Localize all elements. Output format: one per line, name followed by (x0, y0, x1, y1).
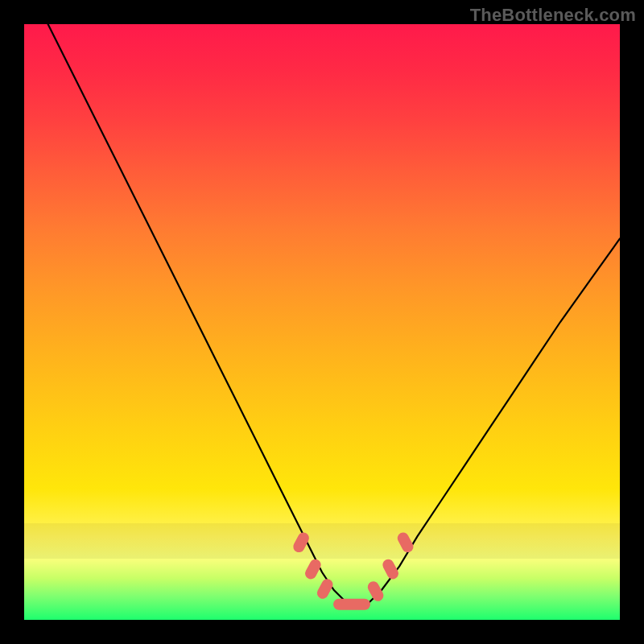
watermark-text: TheBottleneck.com (470, 5, 636, 26)
curve-marker (395, 530, 415, 555)
chart-frame: TheBottleneck.com (0, 0, 644, 644)
curve-marker (365, 580, 386, 604)
bottleneck-curve (48, 24, 620, 607)
curve-marker (333, 599, 370, 610)
curve-marker (315, 577, 335, 601)
curve-layer (24, 24, 620, 620)
plot-area (24, 24, 620, 620)
curve-markers (291, 530, 415, 610)
